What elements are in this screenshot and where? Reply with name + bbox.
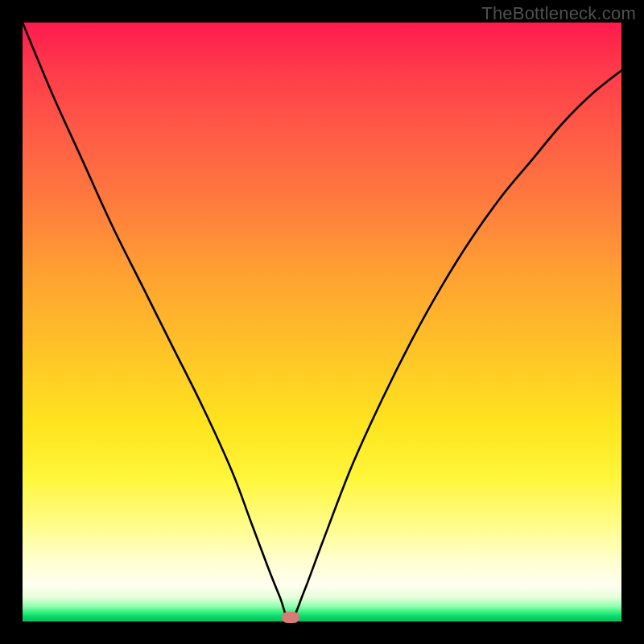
bottleneck-curve bbox=[23, 23, 621, 621]
optimal-point-marker bbox=[282, 612, 299, 623]
watermark-text: TheBottleneck.com bbox=[481, 3, 636, 24]
plot-area bbox=[23, 23, 621, 621]
chart-container: TheBottleneck.com bbox=[0, 0, 644, 644]
